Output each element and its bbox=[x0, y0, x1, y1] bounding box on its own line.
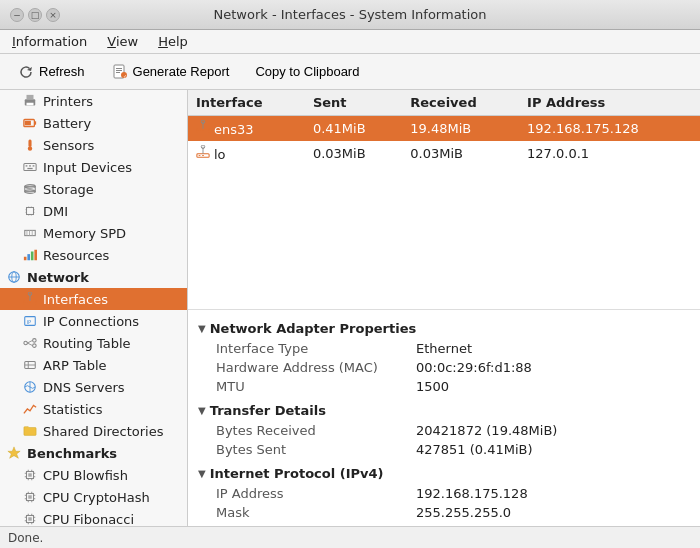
sidebar-item-cpu-blowfish[interactable]: CPU Blowfish bbox=[0, 464, 187, 486]
routing-icon bbox=[22, 335, 38, 351]
table-row[interactable]: ens330.41MiB19.48MiB192.168.175.128 bbox=[188, 116, 700, 142]
sidebar-item-dns-servers[interactable]: DNS Servers bbox=[0, 376, 187, 398]
network-interface-icon bbox=[196, 120, 210, 134]
svg-rect-26 bbox=[34, 212, 35, 213]
toggle-icon: ▼ bbox=[198, 468, 206, 479]
table-header-sent: Sent bbox=[305, 90, 402, 116]
sidebar-item-battery[interactable]: Battery bbox=[0, 112, 187, 134]
sidebar-item-statistics[interactable]: Statistics bbox=[0, 398, 187, 420]
chip-icon bbox=[22, 203, 38, 219]
stats-icon bbox=[22, 401, 38, 417]
close-button[interactable]: × bbox=[46, 8, 60, 22]
prop-label: Hardware Address (MAC) bbox=[216, 360, 416, 375]
status-text: Done. bbox=[8, 531, 43, 545]
svg-rect-71 bbox=[28, 495, 32, 499]
iface-ip: 192.168.175.128 bbox=[519, 116, 700, 142]
cpu-icon bbox=[22, 467, 38, 483]
sidebar-label-resources: Resources bbox=[43, 248, 109, 263]
sidebar-item-cpu-fibonacci[interactable]: CPU Fibonacci bbox=[0, 508, 187, 526]
title-bar: − □ × Network - Interfaces - System Info… bbox=[0, 0, 700, 30]
svg-rect-1 bbox=[116, 68, 122, 69]
copy-clipboard-button[interactable]: Copy to Clipboard bbox=[246, 60, 368, 83]
iface-name: ens33 bbox=[188, 116, 305, 142]
sidebar-item-interfaces[interactable]: Interfaces bbox=[0, 288, 187, 310]
prop-value: 00:0c:29:6f:d1:88 bbox=[416, 360, 532, 375]
sidebar-item-cpu-cryptohash[interactable]: CPU CryptoHash bbox=[0, 486, 187, 508]
generate-report-button[interactable]: ✓ Generate Report bbox=[102, 59, 239, 85]
sidebar-item-resources[interactable]: Resources bbox=[0, 244, 187, 266]
prop-row: IP Address192.168.175.128 bbox=[188, 484, 700, 503]
toggle-icon: ▼ bbox=[198, 323, 206, 334]
svg-rect-43 bbox=[26, 302, 28, 303]
iface-ip: 127.0.0.1 bbox=[519, 141, 700, 166]
interface-table-area: InterfaceSentReceivedIP Address ens330.4… bbox=[188, 90, 700, 310]
storage-icon bbox=[22, 181, 38, 197]
prop-value: 20421872 (19.48MiB) bbox=[416, 423, 557, 438]
sidebar-item-dmi[interactable]: DMI bbox=[0, 200, 187, 222]
refresh-icon bbox=[17, 63, 35, 81]
sidebar-item-benchmarks[interactable]: Benchmarks bbox=[0, 442, 187, 464]
refresh-button[interactable]: Refresh bbox=[8, 59, 94, 85]
prop-value: 1500 bbox=[416, 379, 449, 394]
sidebar-item-arp-table[interactable]: ARP Table bbox=[0, 354, 187, 376]
svg-point-13 bbox=[28, 146, 32, 150]
menu-view[interactable]: View bbox=[103, 33, 142, 50]
sidebar-item-printers[interactable]: Printers bbox=[0, 90, 187, 112]
prop-row: Interface TypeEthernet bbox=[188, 339, 700, 358]
sidebar-item-storage[interactable]: Storage bbox=[0, 178, 187, 200]
network-icon bbox=[6, 269, 22, 285]
battery-icon bbox=[22, 115, 38, 131]
svg-rect-44 bbox=[29, 302, 31, 303]
sidebar-label-storage: Storage bbox=[43, 182, 94, 197]
prop-section-title: Transfer Details bbox=[210, 403, 326, 418]
prop-value: 427851 (0.41MiB) bbox=[416, 442, 533, 457]
sidebar-item-input-devices[interactable]: Input Devices bbox=[0, 156, 187, 178]
status-bar: Done. bbox=[0, 526, 700, 548]
svg-rect-127 bbox=[202, 155, 204, 156]
sidebar-item-shared-dirs[interactable]: Shared Directories bbox=[0, 420, 187, 442]
prop-section-header[interactable]: ▼ Transfer Details bbox=[188, 400, 700, 421]
sidebar-label-battery: Battery bbox=[43, 116, 91, 131]
cpu-icon bbox=[22, 511, 38, 526]
prop-section: ▼ Transfer DetailsBytes Received20421872… bbox=[188, 400, 700, 459]
svg-rect-30 bbox=[31, 215, 32, 216]
sidebar-item-ip-connections[interactable]: IPIP Connections bbox=[0, 310, 187, 332]
svg-rect-7 bbox=[27, 95, 34, 99]
sidebar-item-memory-spd[interactable]: Memory SPD bbox=[0, 222, 187, 244]
sidebar-item-routing-table[interactable]: Routing Table bbox=[0, 332, 187, 354]
sidebar-label-routing-table: Routing Table bbox=[43, 336, 131, 351]
svg-rect-17 bbox=[33, 165, 35, 166]
table-row[interactable]: lo0.03MiB0.03MiB127.0.0.1 bbox=[188, 141, 700, 166]
sidebar-label-cpu-cryptohash: CPU CryptoHash bbox=[43, 490, 150, 505]
sidebar-label-cpu-blowfish: CPU Blowfish bbox=[43, 468, 128, 483]
iface-sent: 0.03MiB bbox=[305, 141, 402, 166]
sidebar-label-shared-dirs: Shared Directories bbox=[43, 424, 164, 439]
maximize-button[interactable]: □ bbox=[28, 8, 42, 22]
prop-section-header[interactable]: ▼ Internet Protocol (IPv4) bbox=[188, 463, 700, 484]
prop-section-header[interactable]: ▼ Network Adapter Properties bbox=[188, 318, 700, 339]
prop-value: 192.168.175.128 bbox=[416, 486, 528, 501]
table-header-ip-address: IP Address bbox=[519, 90, 700, 116]
window-title: Network - Interfaces - System Informatio… bbox=[70, 7, 630, 22]
svg-line-52 bbox=[27, 340, 32, 343]
svg-rect-11 bbox=[25, 121, 31, 125]
menu-information[interactable]: Information bbox=[8, 33, 91, 50]
sidebar-item-network[interactable]: Network bbox=[0, 266, 187, 288]
sidebar-item-sensors[interactable]: Sensors bbox=[0, 134, 187, 156]
svg-point-51 bbox=[33, 344, 37, 348]
minimize-button[interactable]: − bbox=[10, 8, 24, 22]
sidebar-label-arp-table: ARP Table bbox=[43, 358, 107, 373]
generate-report-icon: ✓ bbox=[111, 63, 129, 81]
sidebar-label-statistics: Statistics bbox=[43, 402, 102, 417]
svg-text:✓: ✓ bbox=[122, 72, 126, 78]
sidebar-label-printers: Printers bbox=[43, 94, 93, 109]
benchmark-icon bbox=[6, 445, 22, 461]
svg-rect-25 bbox=[34, 209, 35, 210]
sidebar-label-input-devices: Input Devices bbox=[43, 160, 132, 175]
menu-help[interactable]: Help bbox=[154, 33, 192, 50]
svg-rect-38 bbox=[34, 250, 37, 261]
svg-rect-15 bbox=[26, 165, 28, 166]
sidebar-label-sensors: Sensors bbox=[43, 138, 94, 153]
prop-section-title: Network Adapter Properties bbox=[210, 321, 416, 336]
svg-rect-16 bbox=[29, 165, 31, 166]
